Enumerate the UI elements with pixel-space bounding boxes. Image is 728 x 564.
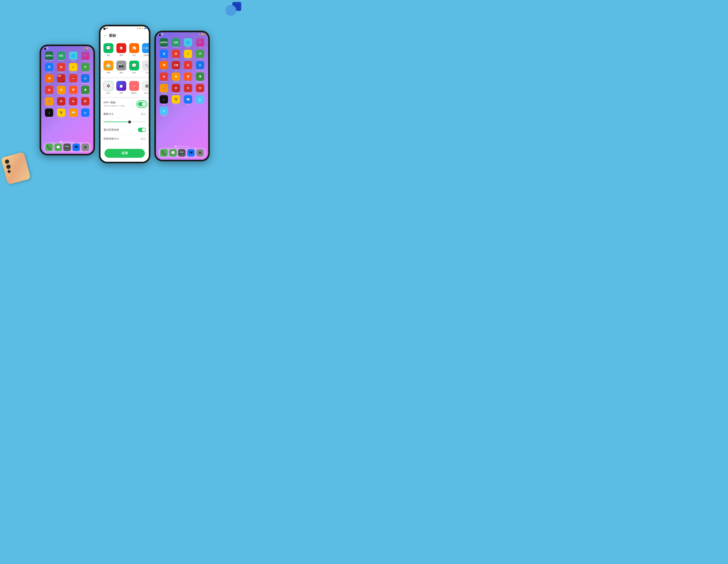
list-item[interactable]: 🦅 美团 [56,108,67,119]
dock-camera[interactable]: 📷 [178,149,186,156]
list-item[interactable]: 🐒 悟空遥控器 [44,97,55,107]
style-option-default[interactable]: ⚙ 默认 [103,81,113,94]
settings-title: 图标 [109,33,116,38]
left-phone-screen: 18:25 🔒 📶 🔋 OPPO OPPO商城 社区 OPPO社区 [41,46,93,154]
logo-corner [225,2,241,16]
list-item[interactable]: 👾 小布· [80,51,91,62]
list-item[interactable]: 木 小木虫 [80,63,91,73]
list-item[interactable]: W WPS Office [195,84,206,94]
show-app-name-toggle[interactable] [138,128,146,132]
back-button[interactable]: ← [103,34,107,38]
list-item[interactable]: W WPS Office [80,97,91,107]
list-item[interactable]: ▷ 钉钉 [195,95,206,105]
slider-thumb[interactable] [128,120,131,123]
camera-module [4,159,13,176]
style-option-custom[interactable]: ⊞ 自定义 [142,81,149,94]
page-dot [188,146,189,147]
list-item[interactable]: 淘 淘宝 [159,61,169,71]
icon-option-camera[interactable]: 📷 相机 [116,61,126,74]
list-item[interactable]: N 网易新闻 [68,97,79,107]
dock-phone[interactable]: 📞 [160,149,168,156]
list-item[interactable]: ● 百度网盘 [159,107,169,117]
right-phone-screen: 18:22 🔒 📶 🔋 OPPO OPPO商城 社区 OPPO社区 [156,32,208,160]
list-item[interactable]: 社区 OPPO社区 [171,38,181,48]
right-dock: 📞 💬 📷 🗺 ⚙ [158,148,206,158]
dock-camera[interactable]: 📷 [63,143,71,151]
list-item[interactable]: ✚ 创建快捷方式 [195,72,206,83]
dock-settings[interactable]: ⚙ [196,149,204,156]
list-item[interactable]: 京 京东 [183,61,194,71]
list-item[interactable]: 社区 OPPO社区 [56,51,67,62]
list-item[interactable]: O Oclean Care [80,74,91,84]
style-option-material[interactable]: ◼ 材料 [116,81,126,94]
icon-option-taobao[interactable]: 淘 淘宝 [129,43,139,57]
icon-option-weibo[interactable]: 微 微博 [116,43,126,57]
art-plus-label-group: ART+ 图标 使用设计师重绘的三方图标 [103,101,125,107]
icon-style-options: ⚙ 默认 ◼ 材料 ○ 鹅卵石 ⊞ 自定义 [101,79,149,97]
icon-option-photos[interactable]: 🌅 相册 [103,61,113,74]
dock-phone[interactable]: 📞 [45,143,53,151]
list-item[interactable]: 📖 阅读 [183,95,194,105]
list-item[interactable]: 令 小布指令 [171,72,181,83]
style-option-egg[interactable]: ○ 鹅卵石 [129,81,139,94]
list-item[interactable]: 👾 小布 [195,38,206,48]
list-item[interactable]: 🦅 美团 [171,95,181,105]
dock-messages[interactable]: 💬 [54,143,62,151]
list-item[interactable]: 贴 百度贴吧 [56,63,67,73]
art-plus-label: ART+ 图标 [103,101,125,104]
list-item[interactable]: 支 支付宝 [44,63,55,73]
list-item[interactable]: 支 支付宝 [159,50,169,60]
art-plus-toggle[interactable] [138,102,146,106]
middle-phone-camera [103,28,105,30]
right-phone-frame: 18:22 🔒 📶 🔋 OPPO OPPO商城 社区 OPPO社区 [154,31,210,161]
list-item[interactable]: 雪 雪球 [183,72,194,83]
list-item[interactable]: M Metro大都会 [56,97,67,107]
list-item[interactable]: 木 小木虫 [195,50,206,60]
list-item[interactable]: 条 今日头条 [159,72,169,83]
page-dot [185,146,186,147]
icon-option-wechat[interactable]: 💬 微信 [103,43,113,57]
icon-option-amap[interactable]: ◎高德 高德地图 [142,43,149,57]
list-item[interactable]: OPPO OPPO商城 [159,38,169,48]
list-item[interactable]: 雪 雪球 [68,86,79,96]
toggle-knob [142,128,145,132]
list-item[interactable]: ♪ 抖音 [159,95,169,105]
list-item[interactable]: r realme社区 [68,63,79,73]
list-item[interactable]: 令 小布指令 [56,86,67,96]
list-item[interactable]: 🌐 浏览器 [68,51,79,62]
list-item[interactable]: 📖 阅读 [68,108,79,119]
list-item[interactable]: 天猫 天猫 [171,61,181,71]
dock-messages[interactable]: 💬 [169,149,177,156]
list-item[interactable]: 618 京东 [68,74,79,84]
middle-status-icons: 🔒 📶 🔋 60 [137,28,146,29]
list-item[interactable]: ♪ 抖音 [44,108,55,119]
list-item[interactable]: 条 今日头条 [44,86,55,96]
slider-track[interactable] [103,121,146,122]
list-item[interactable]: ✚ 创建快捷方式 [80,86,91,96]
list-item[interactable]: 淘 淘宝 [44,74,55,84]
camera-flash [8,175,10,176]
list-item[interactable]: 🐒 悟空遥控器 [159,84,169,94]
art-plus-setting: ART+ 图标 使用设计师重绘的三方图标 [101,98,149,110]
list-item[interactable]: OPPO OPPO商城 [44,51,55,62]
icon-option-tools[interactable]: 🔧 工具 [142,61,149,74]
list-item[interactable]: r realme社区 [183,50,194,60]
page-dot [181,146,182,147]
dock-maps[interactable]: 🗺 [72,143,80,151]
icon-size-setting: 图标大小 默认 [101,110,149,118]
list-item[interactable]: 🌐 浏览器 [183,38,194,48]
dock-maps[interactable]: 🗺 [187,149,195,156]
list-item[interactable]: 618 📱 天机天猫 [56,74,67,84]
right-status-bar: 18:22 🔒 📶 🔋 [156,32,208,36]
icon-option-sms[interactable]: 💬 短信 [129,61,139,74]
right-page-indicators [156,146,208,147]
list-item[interactable]: ▷ 钉钉 [80,108,91,119]
section-divider-2 [101,97,149,98]
list-item[interactable]: M Metro大都会 [171,84,181,94]
dock-settings[interactable]: ⚙ [82,143,89,151]
apply-button[interactable]: 应用 [104,149,145,158]
list-item[interactable]: O Oclean Care [195,61,206,71]
list-item[interactable]: N 网易新闻 [183,84,194,94]
icon-preview-grid-2: 🌅 相册 📷 相机 💬 短信 🔧 工具 [101,60,149,77]
list-item[interactable]: 贴 百度贴吧 [171,50,181,60]
